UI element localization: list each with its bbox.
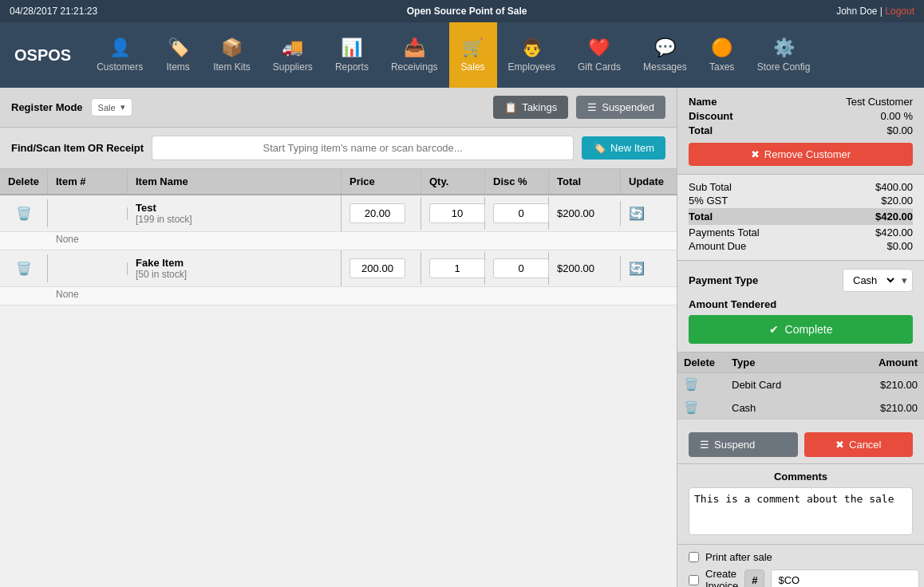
nav-label-employees: Employees [508,61,555,73]
comments-label: Comments [689,471,913,483]
items-table-header: Delete Item # Item Name Price Qty. Disc … [0,169,677,195]
suspend-cancel-row: ☰ Suspend ✖ Cancel [677,426,924,464]
app-title: Open Source Point of Sale [407,6,527,17]
scan-input[interactable] [152,136,574,160]
delete-cell: 🗑️ [0,254,48,282]
subtotal-value: $400.00 [875,181,913,193]
payment-col-amount: Amount [846,357,918,368]
disc-input[interactable] [493,258,549,278]
total-label: Total [689,211,713,223]
gst-label: 5% GST [689,195,728,207]
col-qty: Qty. [421,169,485,194]
item-name: Fake Item [136,257,333,269]
table-row: 🗑️ Test [199 in stock] $200.00 🔄 [0,195,677,232]
logout-link[interactable]: Logout [885,6,914,17]
price-cell [342,197,421,230]
customer-name-row: Name Test Customer [689,96,913,108]
price-input[interactable] [349,203,405,223]
customer-total-label: Total [689,124,713,136]
takings-icon: 📋 [504,101,517,113]
register-mode-select[interactable]: Sale ▾ [91,98,132,116]
discount-label: Discount [689,110,733,122]
suspend-button[interactable]: ☰ Suspend [689,432,798,457]
refresh-icon[interactable]: 🔄 [629,207,645,220]
nav-item-storeconfig[interactable]: ⚙️ Store Config [746,22,822,88]
payment-amount: $210.00 [846,402,918,414]
bottom-options: Print after sale Create Invoice # [677,545,924,587]
nav-label-messages: Messages [643,61,687,73]
remove-customer-button[interactable]: ✖ Remove Customer [689,143,913,166]
price-input[interactable] [349,258,405,278]
suspend-icon: ☰ [700,439,709,451]
refresh-icon[interactable]: 🔄 [629,262,645,275]
itemkits-icon: 📦 [221,37,243,58]
itemname-cell: Fake Item [50 in stock] [128,250,342,286]
payment-type-select[interactable]: Cash [843,270,897,291]
payments-total-label: Payments Total [689,227,760,238]
col-update: Update [621,169,677,194]
sales-icon: 🛒 [462,37,484,58]
nav-label-itemkits: Item Kits [213,61,251,73]
discount-value: 0.00 % [881,110,913,122]
total-value: $420.00 [875,211,913,223]
disc-input[interactable] [493,203,549,223]
nav-item-items[interactable]: 🏷️ Items [154,22,202,88]
nav-items: 👤 Customers 🏷️ Items 📦 Item Kits 🚚 Suppl… [85,22,924,88]
delete-icon[interactable]: 🗑️ [8,206,39,221]
item-name: Test [136,202,333,214]
suspended-button[interactable]: ☰ Suspended [576,96,665,119]
comments-textarea[interactable] [689,487,913,535]
nav-label-reports: Reports [335,61,369,73]
invoice-input[interactable] [771,569,919,588]
payment-delete-icon[interactable]: 🗑️ [684,400,732,415]
qty-input[interactable] [429,258,485,278]
nav-label-items: Items [166,61,189,73]
delete-icon[interactable]: 🗑️ [8,261,39,276]
nav-item-customers[interactable]: 👤 Customers [85,22,154,88]
customers-icon: 👤 [109,37,131,58]
nav-item-sales[interactable]: 🛒 Sales [449,22,497,88]
customer-total-value: $0.00 [886,124,913,136]
nav-item-messages[interactable]: 💬 Messages [632,22,698,88]
takings-button[interactable]: 📋 Takings [493,96,568,119]
nav-item-employees[interactable]: 👨 Employees [497,22,567,88]
register-mode-dropdown-icon: ▾ [120,102,125,112]
gst-row: 5% GST $20.00 [689,195,913,207]
reports-icon: 📊 [341,37,362,58]
amount-due-row: Amount Due $0.00 [689,240,913,252]
total-cell: $200.00 [549,201,621,226]
customer-info: Name Test Customer Discount 0.00 % Total… [677,88,924,175]
payment-table-header: Delete Type Amount [677,353,924,373]
takings-label: Takings [522,101,557,113]
complete-button[interactable]: ✔ Complete [689,315,913,344]
amount-tendered-label: Amount Tendered [689,298,913,310]
nav-item-reports[interactable]: 📊 Reports [324,22,380,88]
nav-item-giftcards[interactable]: ❤️ Gift Cards [567,22,632,88]
nav-item-suppliers[interactable]: 🚚 Suppliers [262,22,324,88]
items-icon: 🏷️ [168,37,189,58]
payment-delete-icon[interactable]: 🗑️ [684,377,732,392]
cancel-button[interactable]: ✖ Cancel [804,432,914,457]
complete-icon: ✔ [769,323,779,336]
customer-discount-row: Discount 0.00 % [689,110,913,122]
qty-input[interactable] [429,203,485,223]
payment-section: Payment Type Cash ▾ Amount Tendered ✔ Co… [677,261,924,353]
storeconfig-icon: ⚙️ [773,37,795,58]
col-delete: Delete [0,169,48,194]
itemname-cell: Test [199 in stock] [128,195,342,231]
nav-label-taxes: Taxes [709,61,734,73]
nav-item-itemkits[interactable]: 📦 Item Kits [202,22,262,88]
payment-type: Debit Card [732,379,846,391]
print-after-sale-checkbox[interactable] [689,552,699,562]
nav-item-receivings[interactable]: 📥 Receivings [380,22,449,88]
nav-item-taxes[interactable]: 🟠 Taxes [698,22,746,88]
create-invoice-checkbox[interactable] [689,575,699,585]
main-content: Register Mode Sale ▾ 📋 Takings ☰ Suspend… [0,88,924,587]
receivings-icon: 📥 [404,37,425,58]
navbar: OSPOS 👤 Customers 🏷️ Items 📦 Item Kits 🚚… [0,22,924,88]
new-item-button[interactable]: 🏷️ New Item [582,136,665,160]
nav-label-sales: Sales [461,61,485,73]
payment-type: Cash [732,402,846,414]
payment-row: 🗑️ Cash $210.00 [677,396,924,420]
update-cell: 🔄 [621,254,677,282]
